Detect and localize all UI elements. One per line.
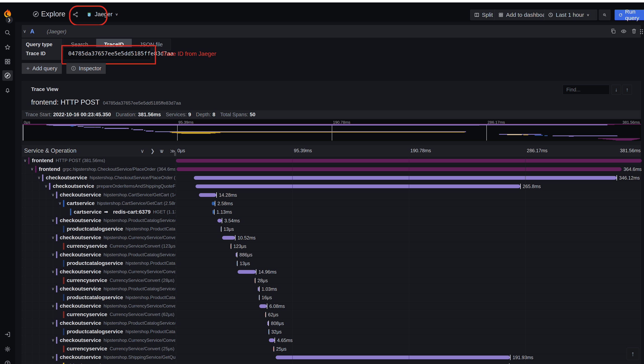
indent-guide: [39, 302, 39, 310]
span-duration-bar[interactable]: [196, 184, 520, 188]
collapse-chevron-icon[interactable]: ∨: [23, 29, 27, 34]
zoom-out-button[interactable]: [599, 10, 610, 20]
resize-grip[interactable]: [174, 152, 175, 156]
span-duration-label: 32μs: [271, 329, 282, 334]
span-collapse-chevron-icon[interactable]: ∨: [52, 304, 55, 308]
indent-guide: [46, 344, 46, 353]
trace-span-row[interactable]: currencyserviceCurrencyService/Convert (…: [22, 276, 641, 285]
span-collapse-chevron-icon[interactable]: ∨: [52, 321, 55, 326]
toggle-visibility-eye-icon[interactable]: [621, 28, 627, 35]
service-name: checkoutservice: [60, 269, 101, 275]
trace-span-row[interactable]: ∨checkoutservicehipstershop.CartService/…: [22, 191, 641, 199]
indent-guide: [32, 328, 32, 336]
indent-guide: [32, 285, 32, 293]
trace-span-row[interactable]: ∨checkoutservicehipstershop.ProductCatal…: [22, 285, 641, 293]
find-input[interactable]: Find...: [563, 85, 609, 94]
span-collapse-chevron-icon[interactable]: ∨: [52, 218, 55, 223]
collapse-one-icon[interactable]: ∨: [141, 148, 144, 154]
trace-span-row[interactable]: ∨checkoutservicehipstershop.ProductCatal…: [22, 216, 641, 225]
span-collapse-chevron-icon[interactable]: ∨: [31, 166, 34, 172]
time-range-picker[interactable]: Last 1 hour ∨: [544, 10, 597, 20]
span-duration-bar[interactable]: [213, 210, 214, 214]
minimap-viewport-handle[interactable]: [23, 124, 24, 140]
span-duration-bar[interactable]: [259, 304, 267, 308]
trace-span-row[interactable]: productcatalogservicehipstershop.Product…: [22, 328, 641, 336]
span-collapse-chevron-icon[interactable]: ∨: [38, 175, 41, 180]
span-duration-bar[interactable]: [269, 338, 275, 342]
alerting-bell-icon[interactable]: [4, 86, 11, 94]
trace-span-row[interactable]: ∨frontendHTTP POST (381.56ms): [22, 156, 641, 165]
span-collapse-chevron-icon[interactable]: ∨: [24, 158, 27, 163]
collapse-all-icon[interactable]: ∨∨: [159, 148, 162, 154]
span-duration-bar[interactable]: [222, 236, 235, 240]
delete-query-trash-icon[interactable]: [631, 28, 637, 35]
minimap-span-bar: [82, 126, 82, 127]
trace-span-row[interactable]: productcatalogservicehipstershop.Product…: [22, 293, 641, 302]
span-collapse-chevron-icon[interactable]: ∨: [52, 286, 55, 291]
trace-span-row[interactable]: ∨checkoutservicehipstershop.ProductCatal…: [22, 319, 641, 328]
span-duration-bar[interactable]: [276, 356, 510, 359]
trace-span-row[interactable]: productcatalogservicehipstershop.Product…: [22, 259, 641, 268]
trace-span-row[interactable]: cartservice➡redis-cart:6379HGET (1.13ms)…: [22, 208, 641, 216]
trace-span-row[interactable]: ∨checkoutservicehipstershop.CurrencyServ…: [22, 234, 641, 242]
trace-span-row[interactable]: ∨checkoutservicehipstershop.CheckoutServ…: [22, 174, 641, 182]
span-collapse-chevron-icon[interactable]: ∨: [52, 338, 55, 342]
help-icon[interactable]: [4, 360, 11, 364]
trace-span-row[interactable]: ∨shippingserviceget-quote (181.98ms)181.…: [22, 362, 641, 364]
span-duration-bar[interactable]: [199, 193, 216, 197]
find-next-button[interactable]: ↓: [611, 85, 621, 94]
sidebar-expand-button[interactable]: ❯: [6, 16, 13, 23]
trace-span-row[interactable]: ∨frontendgrpc.hipstershop.CheckoutServic…: [22, 165, 641, 173]
find-prev-button[interactable]: ↑: [622, 85, 632, 94]
split-button[interactable]: Split: [470, 10, 497, 20]
span-collapse-chevron-icon[interactable]: ∨: [52, 355, 55, 360]
trace-minimap[interactable]: 0μs95.39ms190.78ms286.17ms381.56ms: [23, 119, 641, 141]
trace-span-row[interactable]: ∨checkoutservicehipstershop.ShippingServ…: [22, 353, 641, 362]
trace-span-row[interactable]: currencyserviceCurrencyService/Convert (…: [22, 242, 641, 250]
span-duration-bar[interactable]: [217, 219, 222, 222]
drag-handle-icon[interactable]: [639, 29, 643, 35]
span-duration-bar[interactable]: [238, 270, 256, 274]
run-query-button[interactable]: Run query ∨: [614, 10, 644, 20]
indent-guide: [25, 302, 25, 310]
trace-span-row[interactable]: ∨cartservicehipstershop.CartService/GetC…: [22, 199, 641, 208]
inspector-button[interactable]: Inspector: [66, 63, 106, 74]
chevron-down-icon: ∨: [115, 12, 118, 16]
resize-grip[interactable]: [175, 152, 176, 156]
scroll-to-top-button[interactable]: ↑: [627, 348, 639, 360]
span-collapse-chevron-icon[interactable]: ∨: [52, 269, 55, 274]
explore-compass-icon[interactable]: [4, 72, 11, 79]
dashboards-icon[interactable]: [4, 58, 11, 66]
star-icon[interactable]: [4, 44, 11, 51]
expand-one-icon[interactable]: ❯: [151, 148, 155, 154]
span-collapse-chevron-icon[interactable]: ∨: [52, 192, 55, 197]
span-collapse-chevron-icon[interactable]: ∨: [52, 252, 55, 257]
span-duration-bar[interactable]: [177, 167, 621, 171]
span-duration-bar[interactable]: [212, 202, 215, 205]
span-collapse-chevron-icon[interactable]: ∨: [59, 364, 62, 364]
span-collapse-chevron-icon[interactable]: ∨: [52, 235, 55, 240]
span-duration-bar[interactable]: [194, 176, 616, 180]
span-collapse-chevron-icon[interactable]: ∨: [59, 201, 62, 206]
span-collapse-chevron-icon[interactable]: ∨: [45, 184, 48, 188]
span-duration-bar[interactable]: [258, 287, 259, 291]
trace-span-row[interactable]: ∨checkoutserviceprepareOrderItemsAndShip…: [22, 182, 641, 190]
trace-span-row[interactable]: ∨checkoutservicehipstershop.CurrencyServ…: [22, 302, 641, 310]
trace-span-row[interactable]: currencyserviceCurrencyService/Convert (…: [22, 310, 641, 319]
span-label: checkoutservicehipstershop.CurrencyServi…: [60, 336, 175, 344]
sign-in-icon[interactable]: [4, 331, 11, 338]
span-duration-label: 13μs: [240, 261, 250, 266]
trace-span-row[interactable]: ∨checkoutservicehipstershop.CurrencyServ…: [22, 268, 641, 276]
duplicate-query-icon[interactable]: [610, 28, 616, 35]
add-query-button[interactable]: + Add query: [22, 63, 62, 74]
search-icon[interactable]: [4, 29, 11, 36]
trace-span-row[interactable]: currencyserviceCurrencyService/Convert (…: [22, 344, 641, 353]
trace-span-row[interactable]: ∨checkoutservicehipstershop.CurrencyServ…: [22, 336, 641, 344]
indent-guide: [25, 319, 25, 327]
trace-span-row[interactable]: ∨checkoutservicehipstershop.ProductCatal…: [22, 250, 641, 259]
settings-gear-icon[interactable]: [4, 345, 11, 353]
indent-guide: [32, 250, 32, 259]
query-row-header[interactable]: [22, 25, 641, 38]
service-name: checkoutservice: [46, 175, 87, 181]
trace-span-row[interactable]: productcatalogservicehipstershop.Product…: [22, 225, 641, 233]
